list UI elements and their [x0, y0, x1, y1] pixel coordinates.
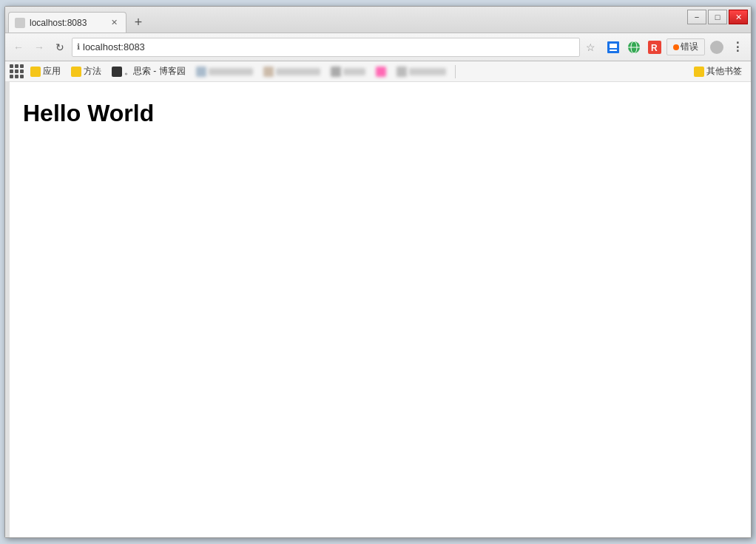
- save-icon[interactable]: [604, 38, 622, 56]
- other-bookmarks-label: 其他书签: [706, 65, 742, 78]
- globe-icon[interactable]: [625, 38, 643, 56]
- maximize-button[interactable]: □: [708, 10, 727, 24]
- svg-rect-2: [610, 50, 617, 51]
- blurred-text-5: [409, 68, 446, 75]
- svg-text:R: R: [651, 43, 658, 53]
- error-dot-icon: [673, 44, 679, 50]
- bookmark-apps[interactable]: 应用: [26, 64, 65, 79]
- blurred-bookmark-5[interactable]: [392, 65, 450, 78]
- tab-close-button[interactable]: ✕: [108, 17, 120, 29]
- blurred-text-1: [209, 68, 253, 75]
- left-scroll-border: [5, 82, 10, 537]
- settings-icon[interactable]: [708, 38, 726, 56]
- window-controls: − □ ✕: [687, 7, 748, 24]
- blurred-bookmark-4[interactable]: [371, 65, 391, 78]
- tab-area: localhost:8083 ✕ +: [8, 7, 687, 33]
- tab-title: localhost:8083: [30, 18, 104, 28]
- bookmark-label-blog: 。思索 - 博客园: [124, 65, 186, 78]
- bookmark-label-method: 方法: [84, 65, 101, 78]
- blurred-icon-5: [396, 67, 407, 77]
- bookmark-favicon-apps: [30, 67, 41, 77]
- active-tab[interactable]: localhost:8083 ✕: [8, 12, 126, 33]
- lock-icon: ℹ: [77, 42, 80, 52]
- forward-button[interactable]: →: [30, 38, 48, 56]
- red-icon[interactable]: R: [646, 38, 664, 56]
- tab-favicon: [15, 18, 25, 28]
- error-button[interactable]: 错误: [666, 38, 705, 55]
- svg-point-8: [710, 41, 723, 54]
- blurred-bookmark-3[interactable]: [326, 65, 370, 78]
- blurred-bookmark-2[interactable]: [259, 65, 325, 78]
- title-bar: localhost:8083 ✕ + − □ ✕: [5, 7, 751, 33]
- bookmark-star-button[interactable]: ☆: [583, 40, 598, 55]
- new-tab-button[interactable]: +: [128, 12, 149, 33]
- page-content: Hello World: [5, 82, 751, 537]
- bookmarks-bar: 应用 方法 。思索 - 博客园: [5, 61, 751, 82]
- refresh-button[interactable]: ↻: [51, 38, 69, 56]
- other-bookmarks-button[interactable]: 其他书签: [689, 64, 746, 79]
- more-options-button[interactable]: ⋮: [729, 40, 746, 54]
- address-bar[interactable]: ℹ localhost:8083: [72, 38, 580, 57]
- blurred-text-3: [343, 68, 365, 75]
- blurred-bookmark-1[interactable]: [192, 65, 257, 78]
- blurred-icon-1: [196, 67, 206, 77]
- blurred-icon-3: [331, 67, 341, 77]
- page-body: Hello World: [14, 91, 742, 133]
- toolbar-icons: R: [604, 38, 664, 56]
- close-button[interactable]: ✕: [729, 10, 748, 24]
- minimize-button[interactable]: −: [687, 10, 706, 24]
- bookmark-label-apps: 应用: [43, 65, 61, 78]
- other-bookmarks-favicon: [694, 67, 704, 77]
- blurred-text-2: [276, 68, 320, 75]
- bookmark-favicon-method: [71, 67, 81, 77]
- blurred-icon-4: [376, 67, 386, 77]
- nav-bar: ← → ↻ ℹ localhost:8083 ☆: [5, 33, 751, 61]
- svg-rect-1: [610, 44, 617, 48]
- browser-window: localhost:8083 ✕ + − □ ✕ ← → ↻ ℹ localho…: [4, 6, 752, 538]
- apps-grid-icon[interactable]: [10, 64, 24, 79]
- blurred-icon-2: [263, 67, 274, 77]
- bookmarks-separator: [455, 65, 456, 78]
- error-label: 错误: [681, 41, 698, 53]
- bookmark-favicon-blog: [112, 67, 122, 77]
- url-text: localhost:8083: [83, 41, 575, 52]
- bookmark-blog[interactable]: 。思索 - 博客园: [107, 64, 190, 79]
- page-heading: Hello World: [23, 100, 733, 127]
- bookmark-method[interactable]: 方法: [67, 64, 106, 79]
- back-button[interactable]: ←: [10, 38, 27, 56]
